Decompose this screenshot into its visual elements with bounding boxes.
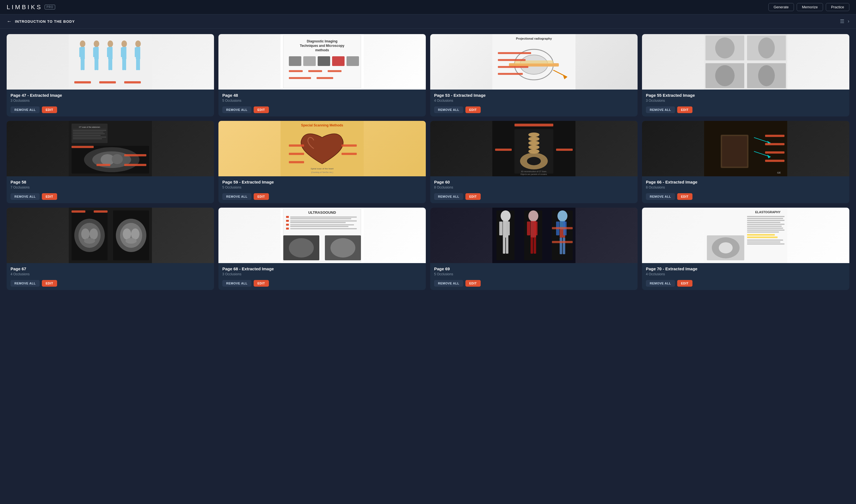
svg-rect-144 (286, 220, 289, 222)
svg-point-1 (80, 40, 85, 47)
svg-rect-57 (498, 52, 531, 54)
edit-button-page-48[interactable]: EDIT (254, 106, 269, 113)
svg-text:(Courtesy of TomTec Inc.): (Courtesy of TomTec Inc.) (311, 171, 333, 174)
card-actions-page-59: REMOVE ALL EDIT (218, 193, 426, 200)
card-page-55: Page 55 Extracted Image 3 Occlusions REM… (642, 34, 849, 116)
svg-rect-31 (74, 81, 91, 84)
remove-all-button-page-69[interactable]: REMOVE ALL (434, 280, 463, 287)
edit-button-page-47[interactable]: EDIT (42, 106, 57, 113)
svg-point-7 (94, 40, 99, 47)
svg-rect-27 (135, 48, 137, 57)
svg-rect-138 (72, 211, 85, 213)
card-occlusions-page-66: 8 Occlusions (646, 185, 845, 190)
card-title-page-68: Page 68 - Extracted Image (222, 266, 422, 271)
edit-button-page-67[interactable]: EDIT (42, 280, 57, 287)
image-skeleton-color (430, 208, 638, 263)
card-title-page-47: Page 47 - Extracted Image (11, 93, 210, 97)
card-page-66: GE Page 66 - Extracted Image 8 Occlusion… (642, 121, 849, 203)
edit-button-page-53[interactable]: EDIT (465, 106, 481, 113)
edit-button-page-60[interactable]: EDIT (465, 193, 481, 200)
edit-button-page-55[interactable]: EDIT (677, 106, 693, 113)
svg-rect-78 (73, 137, 106, 138)
logo: LIMBIKS PRO (7, 4, 55, 11)
card-info-page-70: Page 70 - Extracted Image 4 Occlusions (642, 263, 849, 280)
card-occlusions-page-55: 3 Occlusions (646, 99, 845, 103)
svg-rect-190 (747, 226, 782, 227)
image-xray-hands (642, 34, 849, 90)
svg-rect-99 (515, 124, 553, 126)
card-page-47: Page 47 - Extracted Image 3 Occlusions R… (7, 34, 214, 116)
svg-text:Objects are packets of cocaine: Objects are packets of cocaine. (520, 173, 548, 176)
page-title: INTRODUCTION TO THE BODY (15, 19, 75, 23)
edit-button-page-66[interactable]: EDIT (677, 193, 693, 200)
remove-all-button-page-53[interactable]: REMOVE ALL (434, 106, 463, 113)
edit-button-page-59[interactable]: EDIT (254, 193, 269, 200)
remove-all-button-page-48[interactable]: REMOVE ALL (222, 106, 251, 113)
svg-text:ELASTOGRAPHY: ELASTOGRAPHY (755, 211, 781, 214)
svg-point-167 (528, 211, 538, 221)
generate-button[interactable]: Generate (768, 3, 794, 11)
svg-rect-12 (96, 59, 99, 70)
card-title-page-67: Page 67 (11, 266, 210, 271)
svg-rect-120 (765, 135, 784, 137)
remove-all-button-page-68[interactable]: REMOVE ALL (222, 280, 251, 287)
image-body-anatomy (7, 34, 214, 90)
svg-point-131 (90, 229, 98, 239)
edit-button-page-58[interactable]: EDIT (42, 193, 57, 200)
svg-rect-88 (124, 164, 146, 166)
svg-rect-148 (290, 218, 351, 219)
svg-rect-29 (136, 59, 138, 70)
image-ultrasound: ULTRASOOUND (218, 208, 426, 263)
svg-point-160 (501, 211, 511, 221)
svg-rect-146 (286, 228, 289, 230)
back-button[interactable]: ← (7, 19, 12, 24)
filter-icon[interactable]: › (848, 18, 849, 24)
svg-rect-77 (73, 135, 101, 136)
svg-rect-74 (73, 130, 106, 131)
card-title-page-53: Page 53 - Extracted Image (434, 93, 634, 97)
card-grid: Page 47 - Extracted Image 3 Occlusions R… (7, 34, 849, 290)
svg-rect-163 (506, 221, 510, 235)
remove-all-button-page-47[interactable]: REMOVE ALL (11, 106, 40, 113)
remove-all-button-page-67[interactable]: REMOVE ALL (11, 280, 40, 287)
card-info-page-53: Page 53 - Extracted Image 4 Occlusions (430, 90, 638, 106)
remove-all-button-page-70[interactable]: REMOVE ALL (646, 280, 675, 287)
remove-all-button-page-59[interactable]: REMOVE ALL (222, 193, 251, 200)
svg-rect-40 (303, 56, 316, 66)
image-elastography: ELASTOGRAPHY (642, 208, 849, 263)
card-info-page-58: Page 58 7 Occlusions (7, 176, 214, 193)
svg-rect-147 (290, 217, 357, 218)
image-ct-scan: CT scan of the abdomen (7, 121, 214, 176)
svg-rect-150 (290, 222, 346, 223)
card-info-page-60: Page 60 8 Occlusions (430, 176, 638, 193)
edit-button-page-69[interactable]: EDIT (465, 280, 481, 287)
svg-rect-93 (289, 144, 304, 147)
card-page-48: Diagnostic Imaging Techniques and Micros… (218, 34, 426, 116)
svg-rect-59 (498, 66, 528, 68)
card-info-page-55: Page 55 Extracted Image 3 Occlusions (642, 90, 849, 106)
svg-text:ULTRASOOUND: ULTRASOOUND (308, 211, 336, 215)
card-actions-page-60: REMOVE ALL EDIT (430, 193, 638, 200)
card-info-page-69: Page 69 5 Occlusions (430, 263, 638, 280)
card-info-page-67: Page 67 4 Occlusions (7, 263, 214, 280)
remove-all-button-page-60[interactable]: REMOVE ALL (434, 193, 463, 200)
memorize-button[interactable]: Memorize (797, 3, 823, 11)
remove-all-button-page-66[interactable]: REMOVE ALL (646, 193, 675, 200)
card-page-53: Projectional radiography (430, 34, 638, 116)
list-icon[interactable]: ☰ (840, 18, 844, 24)
header-actions: Generate Memorize Practice (768, 3, 849, 11)
card-page-69: Page 69 5 Occlusions REMOVE ALL EDIT (430, 208, 638, 290)
svg-rect-48 (317, 77, 333, 79)
svg-rect-76 (73, 133, 105, 134)
svg-point-102 (528, 137, 539, 141)
card-image-page-68: ULTRASOOUND (218, 208, 426, 263)
svg-rect-18 (110, 59, 112, 70)
remove-all-button-page-55[interactable]: REMOVE ALL (646, 106, 675, 113)
remove-all-button-page-58[interactable]: REMOVE ALL (11, 193, 40, 200)
card-actions-page-68: REMOVE ALL EDIT (218, 280, 426, 287)
image-diagnostic: Diagnostic Imaging Techniques and Micros… (218, 34, 426, 90)
edit-button-page-68[interactable]: EDIT (254, 280, 269, 287)
svg-rect-165 (506, 237, 509, 254)
practice-button[interactable]: Practice (826, 3, 849, 11)
edit-button-page-70[interactable]: EDIT (677, 280, 693, 287)
